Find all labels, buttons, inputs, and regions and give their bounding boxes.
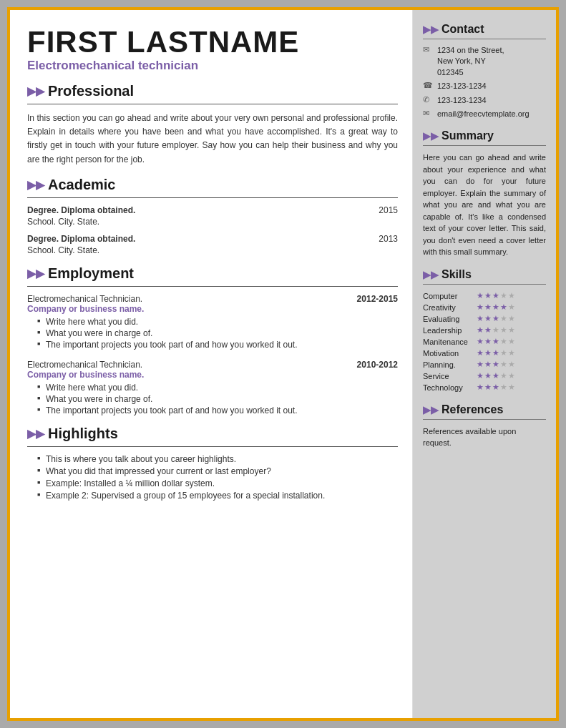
academic-degree-2: Degree. Diploma obtained. [27, 234, 135, 244]
employment-arrows-icon: ▶▶ [27, 267, 44, 280]
skill-name: Leadership [423, 325, 477, 336]
skills-heading: Skills [441, 268, 472, 281]
skill-stars: ★★★★★ [477, 382, 546, 393]
contact-address-item: ✉ 1234 on the Street,New York, NY012345 [423, 45, 546, 78]
academic-degree-1: Degree. Diploma obtained. [27, 205, 135, 215]
references-heading: References [441, 403, 503, 416]
summary-section-header: ▶▶ Summary [423, 129, 546, 142]
skill-name: Manitenance [423, 336, 477, 348]
bullet-1-3: The important projects you took part of … [39, 340, 398, 350]
address-icon: ✉ [423, 45, 433, 54]
highlight-1: This is where you talk about you career … [39, 454, 398, 464]
right-column: ▶▶ Contact ✉ 1234 on the Street,New York… [413, 10, 556, 718]
employment-header-1: Electromechanical Technician. 2012-2015 [27, 294, 398, 304]
academic-divider [27, 197, 398, 198]
skill-row: Service★★★★★ [423, 370, 546, 382]
contact-heading: Contact [441, 23, 484, 36]
skill-row: Motivation★★★★★ [423, 348, 546, 359]
bullet-2-3: The important projects you took part of … [39, 405, 398, 415]
skill-stars: ★★★★★ [477, 313, 546, 325]
references-section: ▶▶ References References available upon … [423, 403, 546, 449]
academic-year-1: 2015 [379, 205, 398, 215]
highlights-arrows-icon: ▶▶ [27, 427, 44, 441]
employment-bullets-2: Write here what you did. What you were i… [27, 383, 398, 415]
skill-row: Computer★★★★★ [423, 290, 546, 302]
academic-entry-1: Degree. Diploma obtained. 2015 [27, 205, 398, 215]
highlights-bullets: This is where you talk about you career … [27, 454, 398, 501]
professional-section-header: ▶▶ Professional [27, 83, 398, 99]
contact-phone2-item: ✆ 123-123-1234 [423, 95, 546, 106]
contact-address: 1234 on the Street,New York, NY012345 [437, 45, 504, 78]
academic-school-1: School. City. State. [27, 217, 398, 227]
skill-row: Evaluating★★★★★ [423, 313, 546, 325]
skill-stars: ★★★★★ [477, 336, 546, 348]
summary-section: ▶▶ Summary Here you can go ahead and wri… [423, 129, 546, 258]
highlight-3: Example: Installed a ¼ million dollar sy… [39, 478, 398, 488]
employment-entry-2: Electromechanical Technician. 2010-2012 … [27, 360, 398, 415]
academic-arrows-icon: ▶▶ [27, 178, 44, 192]
professional-arrows-icon: ▶▶ [27, 84, 44, 98]
bullet-2-1: Write here what you did. [39, 383, 398, 393]
employment-company-2: Company or business name. [27, 370, 398, 380]
employment-bullets-1: Write here what you did. What you were i… [27, 317, 398, 350]
employment-title-1: Electromechanical Technician. [27, 294, 142, 304]
summary-arrows-icon: ▶▶ [423, 130, 439, 142]
skills-section-header: ▶▶ Skills [423, 268, 546, 281]
references-text: References available upon request. [423, 426, 546, 449]
summary-heading: Summary [441, 129, 494, 142]
employment-divider [27, 286, 398, 287]
contact-phone2: 123-123-1234 [437, 95, 487, 106]
skill-name: Evaluating [423, 313, 477, 325]
academic-section-header: ▶▶ Academic [27, 177, 398, 193]
professional-divider [27, 104, 398, 104]
skill-stars: ★★★★★ [477, 348, 546, 359]
highlights-heading: Highlights [48, 426, 118, 442]
skill-name: Computer [423, 290, 477, 302]
candidate-title: Electromechanical technician [27, 59, 398, 73]
highlight-2: What you did that impressed your current… [39, 466, 398, 476]
skill-row: Planning.★★★★★ [423, 359, 546, 370]
references-arrows-icon: ▶▶ [423, 404, 439, 415]
skill-row: Creativity★★★★★ [423, 302, 546, 313]
employment-heading: Employment [48, 265, 134, 282]
skill-name: Planning. [423, 359, 477, 370]
professional-heading: Professional [48, 83, 134, 99]
summary-text: Here you can go ahead and write about yo… [423, 152, 546, 258]
skills-table: Computer★★★★★Creativity★★★★★Evaluating★★… [423, 290, 546, 393]
contact-phone1: 123-123-1234 [437, 81, 487, 92]
employment-entry-1: Electromechanical Technician. 2012-2015 … [27, 294, 398, 350]
skill-name: Service [423, 370, 477, 382]
contact-section-header: ▶▶ Contact [423, 23, 546, 36]
left-column: FIRST LASTNAME Electromechanical technic… [10, 10, 413, 718]
skill-name: Technology [423, 382, 477, 393]
employment-title-2: Electromechanical Technician. [27, 360, 142, 370]
contact-divider [423, 39, 546, 39]
highlight-4: Example 2: Supervised a group of 15 empl… [39, 491, 398, 501]
highlights-divider [27, 446, 398, 447]
phone-icon: ☎ [423, 81, 433, 90]
resume-page: FIRST LASTNAME Electromechanical technic… [7, 7, 559, 721]
summary-divider [423, 145, 546, 146]
employment-dates-2: 2010-2012 [357, 360, 398, 370]
professional-text: In this section you can go ahead and wri… [27, 112, 398, 167]
employment-dates-1: 2012-2015 [357, 294, 398, 304]
skill-row: Technology★★★★★ [423, 382, 546, 393]
contact-email-item: ✉ email@freecvtemplate.org [423, 109, 546, 119]
references-section-header: ▶▶ References [423, 403, 546, 416]
skills-divider [423, 284, 546, 285]
contact-email: email@freecvtemplate.org [437, 109, 530, 119]
bullet-1-1: Write here what you did. [39, 317, 398, 327]
bullet-1-2: What you were in charge of. [39, 328, 398, 338]
skill-stars: ★★★★★ [477, 290, 546, 302]
employment-header-2: Electromechanical Technician. 2010-2012 [27, 360, 398, 370]
academic-entry-2: Degree. Diploma obtained. 2013 [27, 234, 398, 244]
academic-year-2: 2013 [379, 234, 398, 244]
skill-name: Motivation [423, 348, 477, 359]
highlights-section-header: ▶▶ Highlights [27, 426, 398, 442]
bullet-2-2: What you were in charge of. [39, 394, 398, 404]
skills-arrows-icon: ▶▶ [423, 269, 439, 280]
employment-company-1: Company or business name. [27, 304, 398, 314]
employment-section-header: ▶▶ Employment [27, 265, 398, 282]
skill-stars: ★★★★★ [477, 302, 546, 313]
contact-arrows-icon: ▶▶ [423, 24, 439, 35]
